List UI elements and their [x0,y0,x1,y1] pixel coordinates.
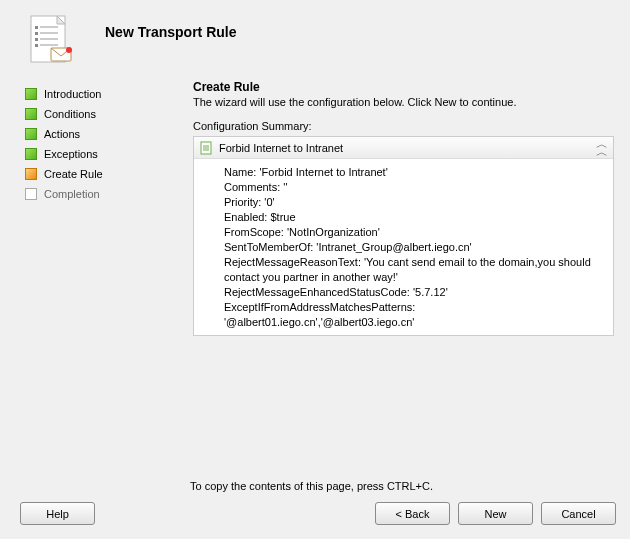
back-button[interactable]: < Back [375,502,450,525]
summary-header[interactable]: Forbid Internet to Intranet ︿︿ [194,137,613,159]
wizard-steps: Introduction Conditions Actions Exceptio… [25,72,175,480]
summary-line: Priority: '0' [224,195,605,210]
new-button[interactable]: New [458,502,533,525]
config-summary-panel: Forbid Internet to Intranet ︿︿ Name: 'Fo… [193,136,614,336]
svg-rect-5 [35,44,38,47]
summary-line: RejectMessageReasonText: 'You cant send … [224,255,605,285]
svg-rect-7 [40,32,58,34]
button-bar: Help < Back New Cancel [0,502,630,539]
step-pending-icon [25,188,37,200]
step-done-icon [25,148,37,160]
section-subtitle: The wizard will use the configuration be… [193,96,614,108]
copy-hint: To copy the contents of this page, press… [0,480,630,502]
summary-line: ExceptIfFromAddressMatchesPatterns: '@al… [224,300,605,330]
step-done-icon [25,108,37,120]
svg-rect-6 [40,26,58,28]
step-done-icon [25,128,37,140]
cancel-button[interactable]: Cancel [541,502,616,525]
help-button[interactable]: Help [20,502,95,525]
summary-line: SentToMemberOf: 'Intranet_Group@albert.i… [224,240,605,255]
step-introduction[interactable]: Introduction [25,84,175,104]
svg-rect-3 [35,32,38,35]
step-actions[interactable]: Actions [25,124,175,144]
svg-rect-8 [40,38,58,40]
wizard-title: New Transport Rule [105,24,236,40]
summary-line: Name: 'Forbid Internet to Intranet' [224,165,605,180]
wizard-content: Create Rule The wizard will use the conf… [175,72,616,480]
collapse-icon[interactable]: ︿︿ [591,140,607,156]
summary-body[interactable]: Name: 'Forbid Internet to Intranet' Comm… [194,159,613,335]
section-title: Create Rule [193,80,614,94]
config-summary-label: Configuration Summary: [193,120,614,132]
svg-rect-9 [40,44,58,46]
summary-line: Comments: '' [224,180,605,195]
step-current-icon [25,168,37,180]
step-create-rule[interactable]: Create Rule [25,164,175,184]
rule-icon [200,141,214,155]
step-completion[interactable]: Completion [25,184,175,204]
svg-rect-4 [35,38,38,41]
summary-line: RejectMessageEnhancedStatusCode: '5.7.12… [224,285,605,300]
wizard-icon [25,14,75,69]
step-exceptions[interactable]: Exceptions [25,144,175,164]
summary-line: Enabled: $true [224,210,605,225]
wizard-header: New Transport Rule [0,0,630,72]
step-done-icon [25,88,37,100]
svg-point-11 [66,47,72,53]
step-conditions[interactable]: Conditions [25,104,175,124]
svg-rect-2 [35,26,38,29]
summary-title: Forbid Internet to Intranet [219,142,591,154]
summary-line: FromScope: 'NotInOrganization' [224,225,605,240]
